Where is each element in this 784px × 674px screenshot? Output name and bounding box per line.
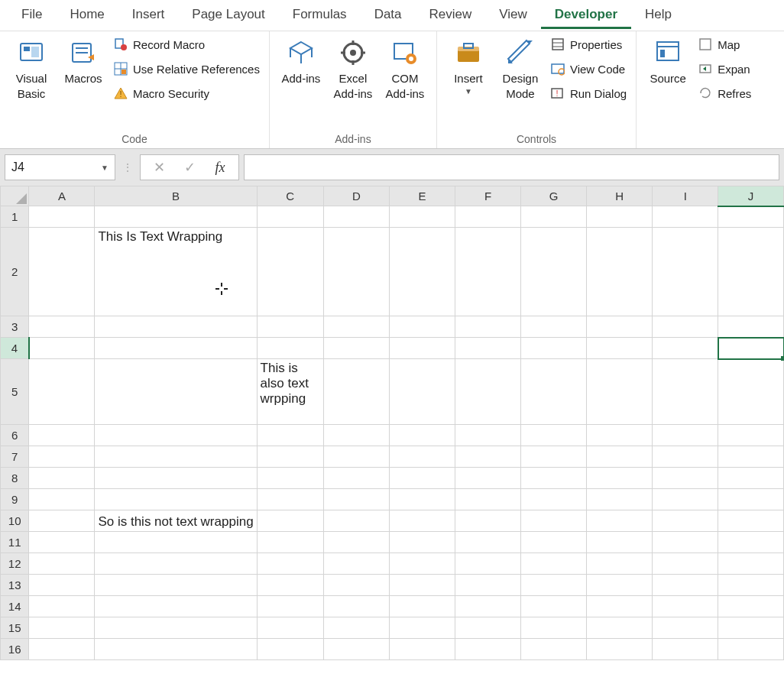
design-mode-button[interactable]: Design Mode [495,34,546,104]
cell-F11[interactable] [455,532,521,553]
tab-review[interactable]: Review [416,2,486,29]
cell-A4[interactable] [29,338,95,359]
macro-security-button[interactable]: ! Macro Security [110,83,263,103]
cell-J2[interactable] [718,228,784,316]
cell-H4[interactable] [587,338,653,359]
cell-A9[interactable] [29,489,95,510]
tab-view[interactable]: View [485,2,541,29]
cell-H5[interactable] [587,359,653,425]
column-header-I[interactable]: I [653,186,718,206]
cell-D1[interactable] [323,206,389,228]
properties-button[interactable]: Properties [547,34,630,54]
cell-F12[interactable] [455,553,521,575]
cell-H1[interactable] [587,206,653,228]
cell-H16[interactable] [587,639,653,660]
cell-D9[interactable] [323,489,389,510]
use-relative-references-button[interactable]: Use Relative References [110,59,263,79]
run-dialog-button[interactable]: ! Run Dialog [547,83,630,103]
fx-button[interactable]: fx [205,160,235,176]
cell-G2[interactable] [520,228,586,316]
cell-I16[interactable] [653,639,718,660]
cell-J8[interactable] [718,468,784,489]
cell-I4[interactable] [653,338,718,359]
cell-E8[interactable] [389,468,455,489]
cell-I8[interactable] [653,468,718,489]
cancel-icon[interactable]: ✕ [144,159,174,176]
cell-B11[interactable] [95,532,257,553]
cell-B15[interactable] [95,617,257,639]
cell-H6[interactable] [587,425,653,446]
cell-C4[interactable] [257,338,323,359]
source-button[interactable]: Source [643,34,693,89]
cell-C7[interactable] [257,446,323,468]
row-header-7[interactable]: 7 [1,446,29,468]
tab-formulas[interactable]: Formulas [279,2,361,29]
cell-A11[interactable] [29,532,95,553]
cell-I6[interactable] [653,425,718,446]
cell-B8[interactable] [95,468,257,489]
row-header-1[interactable]: 1 [1,206,29,228]
cell-H2[interactable] [587,228,653,316]
cell-C9[interactable] [257,489,323,510]
cell-A12[interactable] [29,553,95,575]
cell-I1[interactable] [653,206,718,228]
column-header-A[interactable]: A [29,186,95,206]
cell-J13[interactable] [718,575,784,596]
cell-J7[interactable] [718,446,784,468]
row-header-4[interactable]: 4 [1,338,29,359]
cell-A2[interactable] [29,228,95,316]
tab-file[interactable]: File [8,2,56,29]
row-header-16[interactable]: 16 [1,639,29,660]
cell-F4[interactable] [455,338,521,359]
cell-E14[interactable] [389,596,455,617]
cell-G6[interactable] [520,425,586,446]
cell-G14[interactable] [520,596,586,617]
cell-D13[interactable] [323,575,389,596]
cell-D10[interactable] [323,510,389,532]
cell-H8[interactable] [587,468,653,489]
cell-A16[interactable] [29,639,95,660]
cell-C5[interactable]: This is also text wrpping [257,359,323,425]
row-header-13[interactable]: 13 [1,575,29,596]
cell-F2[interactable] [455,228,521,316]
cell-H13[interactable] [587,575,653,596]
cell-E6[interactable] [389,425,455,446]
cell-J6[interactable] [718,425,784,446]
cell-I15[interactable] [653,617,718,639]
row-header-2[interactable]: 2 [1,228,29,316]
cell-E9[interactable] [389,489,455,510]
select-all-corner[interactable] [1,186,29,206]
cell-A14[interactable] [29,596,95,617]
cell-G11[interactable] [520,532,586,553]
cell-B7[interactable] [95,446,257,468]
cell-D14[interactable] [323,596,389,617]
cell-J3[interactable] [718,316,784,338]
cell-D3[interactable] [323,316,389,338]
cell-C16[interactable] [257,639,323,660]
cell-D15[interactable] [323,617,389,639]
cell-A15[interactable] [29,617,95,639]
excel-addins-button[interactable]: Excel Add-ins [328,34,378,104]
column-header-E[interactable]: E [389,186,455,206]
cell-D4[interactable] [323,338,389,359]
cell-B10[interactable]: So is this not text wrapping [95,510,257,532]
cell-C6[interactable] [257,425,323,446]
cell-G13[interactable] [520,575,586,596]
cell-F7[interactable] [455,446,521,468]
column-header-J[interactable]: J [718,186,784,206]
column-header-D[interactable]: D [323,186,389,206]
cell-B4[interactable] [95,338,257,359]
cell-E5[interactable] [389,359,455,425]
cell-I12[interactable] [653,553,718,575]
row-header-10[interactable]: 10 [1,510,29,532]
cell-G10[interactable] [520,510,586,532]
row-header-9[interactable]: 9 [1,489,29,510]
cell-E3[interactable] [389,316,455,338]
row-header-11[interactable]: 11 [1,532,29,553]
cell-J5[interactable] [718,359,784,425]
cell-B13[interactable] [95,575,257,596]
cell-J15[interactable] [718,617,784,639]
cell-F10[interactable] [455,510,521,532]
name-box[interactable]: J4 ▼ [5,154,115,180]
cell-C1[interactable] [257,206,323,228]
